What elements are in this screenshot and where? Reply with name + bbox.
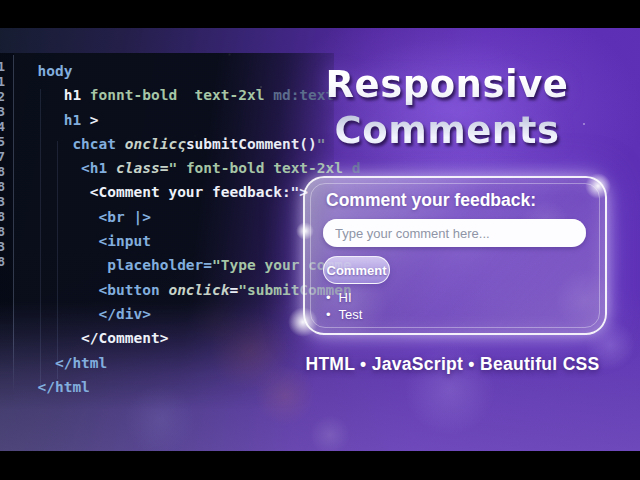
code-line: </html <box>14 375 334 399</box>
gutter-line-number: 8 <box>0 209 5 224</box>
letterbox-bottom <box>0 451 640 480</box>
list-item: • HI <box>326 290 362 307</box>
gutter-line-number: 8 <box>0 224 5 239</box>
code-line: hody <box>14 59 334 83</box>
code-line: <button onclick="submitCommen <box>14 278 334 302</box>
page-title: Responsive Comments <box>292 62 602 154</box>
background-gradient: 11234578838838 hody h1 fonnt-bold text-2… <box>0 28 640 451</box>
gutter-line-number: 7 <box>0 149 5 164</box>
comments-list: • HI • Test <box>326 290 362 323</box>
code-line: <br |> <box>14 205 334 229</box>
gutter-line-number: 3 <box>0 239 5 254</box>
editor-code: hody h1 fonnt-bold text-2xl md:text h1 >… <box>14 59 334 399</box>
gutter-line-number: 1 <box>0 59 5 74</box>
gutter-line-number: 2 <box>0 89 5 104</box>
gutter-line-number: 8 <box>0 179 5 194</box>
card-heading: Comment your feedback: <box>326 189 536 211</box>
gutter-line-number: 3 <box>0 104 5 119</box>
code-line: chcat onclicςsubmitComment()" <box>14 132 334 156</box>
bullet-icon: • <box>326 307 331 324</box>
code-line: placeholder="Type your comme <box>14 253 334 277</box>
code-line: <h1 class=" font-bold text-2xl d <box>14 156 334 180</box>
code-line: </html <box>14 351 334 375</box>
letterbox-top <box>0 0 640 28</box>
thumbnail-canvas: 11234578838838 hody h1 fonnt-bold text-2… <box>0 0 640 480</box>
gutter-line-number: 5 <box>0 134 5 149</box>
code-line: </div> <box>14 302 334 326</box>
feedback-card: Comment your feedback: Comment • HI • Te… <box>303 176 607 335</box>
code-editor-panel: 11234578838838 hody h1 fonnt-bold text-2… <box>0 53 334 409</box>
code-line: <Comment your feedback:"> <box>14 180 334 204</box>
editor-gutter: 11234578838838 <box>0 59 14 404</box>
list-item: • Test <box>326 307 362 324</box>
title-line-2: Comments <box>292 108 602 154</box>
comment-text: Test <box>339 307 363 324</box>
bullet-icon: • <box>326 290 331 307</box>
gutter-line-number: 4 <box>0 119 5 134</box>
code-line: h1 fonnt-bold text-2xl md:text <box>14 83 334 107</box>
code-line: h1 > <box>14 108 334 132</box>
comment-text: HI <box>339 290 352 307</box>
gutter-line-number: 8 <box>0 164 5 179</box>
comment-button[interactable]: Comment <box>323 256 390 284</box>
gutter-line-number: 3 <box>0 194 5 209</box>
code-line: </Comment> <box>14 326 334 350</box>
title-line-1: Responsive <box>292 62 602 108</box>
code-line: <input <box>14 229 334 253</box>
gutter-line-number: 1 <box>0 74 5 89</box>
tagline: HTML • JavaScript • Beautiful CSS <box>290 354 615 375</box>
gutter-line-number: 8 <box>0 254 5 269</box>
comment-input[interactable] <box>323 219 586 247</box>
